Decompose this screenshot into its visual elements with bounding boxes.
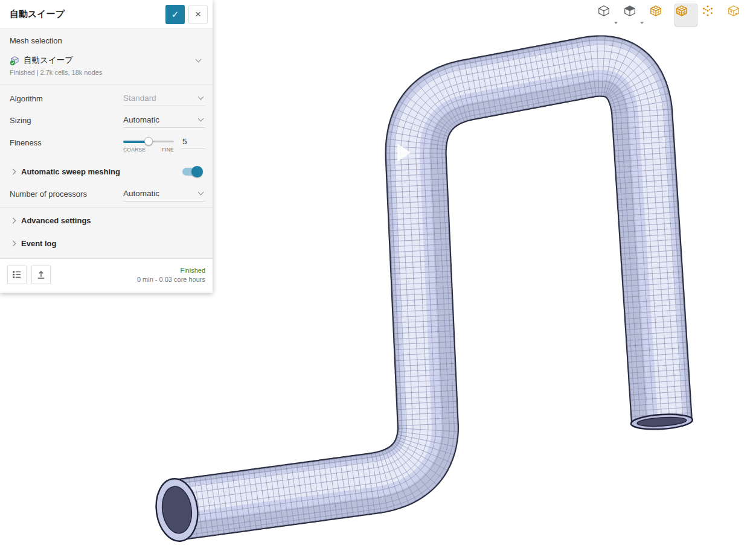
sizing-value: Automatic: [123, 115, 199, 124]
sizing-select[interactable]: Automatic: [123, 112, 205, 128]
export-button[interactable]: [31, 265, 51, 284]
toggle-knob: [191, 166, 203, 177]
fineness-input[interactable]: [181, 136, 205, 149]
list-icon: [11, 269, 22, 280]
algorithm-select[interactable]: Standard: [123, 91, 205, 106]
mesh-item: 自動スイープ: [10, 55, 196, 66]
solid-cube-icon: [623, 4, 636, 18]
mesh-quality-icon: [727, 4, 740, 18]
algorithm-row: Algorithm Standard: [0, 88, 213, 109]
mesh-item-status: Finished | 2.7k cells, 18k nodes: [10, 69, 203, 76]
algorithm-value: Standard: [123, 94, 199, 103]
sweep-label: Automatic sweep meshing: [21, 167, 182, 176]
fineness-label: Fineness: [10, 138, 123, 147]
fineness-slider-thumb[interactable]: [144, 137, 153, 145]
processors-label: Number of processors: [10, 189, 123, 199]
apply-button[interactable]: ✓: [165, 5, 185, 24]
upload-icon: [36, 269, 46, 280]
sizing-row: Sizing Automatic: [0, 109, 213, 131]
log-list-button[interactable]: [7, 265, 27, 284]
fineness-row: Fineness COARSE FINE: [0, 131, 213, 160]
mesh-selection-dropdown[interactable]: 自動スイープ: [10, 55, 203, 66]
mesh-quality-button[interactable]: [726, 4, 749, 27]
automatic-sweep-section-header[interactable]: Automatic sweep meshing: [0, 160, 213, 183]
close-button[interactable]: ×: [188, 5, 208, 24]
close-icon: ×: [195, 8, 201, 20]
processors-row: Number of processors Automatic: [0, 183, 213, 205]
settings-form: Algorithm Standard Sizing Automatic Fine…: [0, 85, 213, 255]
run-status: Finished 0 min - 0.03 core hours: [137, 267, 205, 283]
chevron-down-icon: [198, 116, 204, 122]
mesh-selection-section: Mesh selection 自動スイープ Finished | 2.7k ce…: [0, 29, 213, 85]
mesh-points-icon: [701, 4, 714, 18]
panel-footer: Finished 0 min - 0.03 core hours: [0, 258, 213, 293]
sizing-label: Sizing: [10, 116, 123, 125]
fineness-slider[interactable]: COARSE FINE: [123, 137, 174, 153]
chevron-right-icon: [10, 217, 16, 223]
advanced-settings-label: Advanced settings: [21, 216, 205, 225]
check-icon: ✓: [171, 9, 179, 19]
event-log-header[interactable]: Event log: [0, 232, 213, 255]
fineness-slider-labels: COARSE FINE: [123, 147, 174, 153]
core-hours-text: 0 min - 0.03 core hours: [137, 276, 205, 283]
mesh-selection-label: Mesh selection: [10, 36, 203, 45]
algorithm-label: Algorithm: [10, 94, 123, 103]
mesh-points-button[interactable]: [700, 4, 723, 27]
mesh-item-name: 自動スイープ: [24, 55, 73, 66]
volume-mesh-button[interactable]: [674, 4, 697, 27]
divider: [0, 207, 213, 208]
volume-mesh-icon: [675, 4, 688, 18]
coarse-label: COARSE: [123, 147, 146, 153]
event-log-label: Event log: [21, 239, 205, 248]
chevron-right-icon: [10, 168, 16, 174]
processors-value: Automatic: [123, 189, 199, 198]
mesh-settings-panel: 自動スイープ ✓ × Mesh selection 自動スイープ Finishe…: [0, 0, 213, 293]
fine-label: FINE: [162, 147, 174, 153]
chevron-right-icon: [10, 240, 16, 246]
dropdown-caret-icon: [614, 22, 618, 24]
panel-header: 自動スイープ ✓ ×: [0, 0, 213, 29]
processors-select[interactable]: Automatic: [123, 186, 205, 202]
view-mode-toolbar: [597, 4, 749, 27]
advanced-settings-header[interactable]: Advanced settings: [0, 209, 213, 232]
isometric-view-button[interactable]: [597, 4, 620, 27]
solid-cube-button[interactable]: [623, 4, 646, 27]
dropdown-caret-icon: [640, 22, 644, 24]
status-badge: Finished: [137, 267, 205, 274]
surface-mesh-icon: [649, 4, 662, 18]
panel-title: 自動スイープ: [10, 8, 165, 20]
chevron-down-icon: [198, 94, 204, 100]
isometric-view-icon: [597, 4, 610, 18]
sweep-toggle[interactable]: [182, 168, 202, 176]
chevron-down-icon: [196, 56, 202, 62]
mesh-item-icon: [10, 56, 20, 66]
surface-mesh-button[interactable]: [649, 4, 671, 27]
chevron-down-icon: [198, 189, 204, 196]
